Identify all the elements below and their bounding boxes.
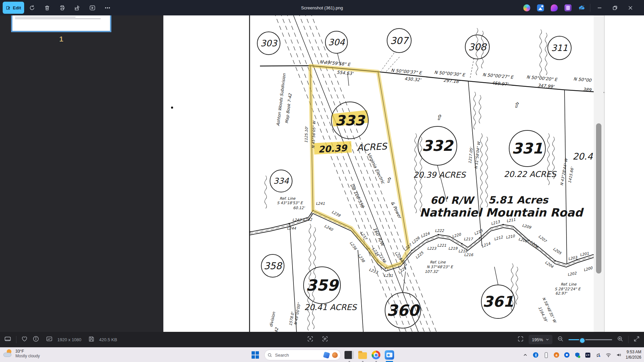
- map-label: L244: [287, 226, 296, 231]
- zoom-slider-knob[interactable]: [579, 337, 586, 344]
- chevron-down-icon: [546, 338, 549, 341]
- map-label: Nathaniel Mountain Road: [420, 206, 584, 219]
- map-label: 1125.10': [304, 126, 309, 143]
- taskbar-chrome[interactable]: [371, 350, 381, 360]
- map-label: L223: [427, 246, 436, 251]
- weather-icon: [3, 349, 13, 359]
- zoom-level-value: 195%: [532, 337, 543, 342]
- rotate-button[interactable]: [25, 1, 38, 14]
- parcel-number: 307: [390, 35, 409, 46]
- slideshow-button[interactable]: [86, 1, 99, 14]
- sync-arrows-icon[interactable]: [595, 352, 601, 358]
- parcel-number: 334: [273, 176, 289, 186]
- onedrive-paused-icon[interactable]: [578, 4, 585, 11]
- map-label: 60' R/W: [430, 194, 475, 206]
- map-label: L222: [435, 229, 444, 233]
- search-box[interactable]: Search: [264, 350, 341, 360]
- fullscreen-button[interactable]: [633, 336, 640, 344]
- map-label: L242: [303, 218, 312, 222]
- map-label: L221: [437, 243, 446, 248]
- zoom-out-button[interactable]: [557, 336, 564, 344]
- designer-icon[interactable]: [551, 4, 558, 11]
- edit-button-label: Edit: [13, 5, 21, 10]
- taskbar-photos-active[interactable]: [384, 350, 394, 360]
- taskbar-clock[interactable]: 9:53 AM 1/6/2026: [626, 349, 641, 360]
- delete-button[interactable]: [41, 1, 53, 14]
- search-highlight-icon-b: [332, 352, 338, 358]
- map-label: ⇧: [436, 113, 442, 122]
- statusbar-divider: [628, 336, 629, 343]
- map-label: L241: [316, 201, 325, 206]
- map-label: L216: [464, 253, 473, 257]
- chrome-icon: [372, 351, 380, 359]
- info-icon[interactable]: [33, 336, 39, 344]
- map-label: ACRES: [357, 141, 388, 153]
- road-vertex-dot: [554, 260, 556, 261]
- file-size: 420.5 KB: [99, 337, 117, 342]
- weather-condition: Mostly cloudy: [15, 354, 40, 358]
- plat-map: 303304307308311333332331334358359360361N…: [163, 15, 644, 332]
- page-thumbnail[interactable]: [11, 15, 111, 32]
- restore-button[interactable]: [607, 0, 623, 15]
- road-vertex-dot: [502, 224, 504, 225]
- edit-button[interactable]: Edit: [3, 2, 24, 14]
- start-button[interactable]: [250, 349, 261, 361]
- volume-icon[interactable]: [616, 352, 622, 358]
- pen-icon[interactable]: [543, 352, 549, 358]
- map-label: N 37°48'23" E: [427, 265, 453, 269]
- tray-orange-icon[interactable]: a: [553, 352, 559, 358]
- copilot-icon[interactable]: [523, 4, 530, 11]
- map-label: 107.32': [425, 269, 439, 274]
- minimize-button[interactable]: [592, 0, 607, 15]
- share-button[interactable]: [71, 1, 84, 14]
- parcel-number: 360: [387, 301, 421, 319]
- titlebar-divider: [590, 4, 590, 12]
- windows-taskbar: 33°F Mostly cloudy Search a 9:53 AM: [0, 347, 644, 362]
- zoom-slider[interactable]: [569, 336, 612, 343]
- parcel-number: 358: [264, 260, 282, 272]
- close-button[interactable]: [623, 0, 638, 15]
- clipchamp-icon[interactable]: [565, 4, 572, 11]
- visual-search-icon[interactable]: [307, 336, 314, 344]
- tray-dark-square-icon[interactable]: [585, 352, 591, 358]
- mouse-cursor-dot: [171, 107, 173, 109]
- map-label: 60.12': [293, 206, 305, 210]
- image-viewport[interactable]: 1 30330430730831133333233133435835936036…: [0, 15, 644, 332]
- filesize-icon: [88, 336, 95, 344]
- map-label: S 43°18'53" E: [277, 201, 304, 205]
- image-dimensions: 644 x 362: [57, 337, 82, 342]
- viewer-statusbar: 644 x 362 420.5 KB 195%: [0, 332, 644, 347]
- favorite-heart-icon[interactable]: [21, 336, 28, 344]
- taskbar-app-dark[interactable]: [344, 350, 354, 360]
- road-vertex-dot: [438, 234, 439, 235]
- zoom-in-button[interactable]: [617, 336, 624, 344]
- zoom-level-dropdown[interactable]: 195%: [529, 335, 552, 344]
- map-label: ⇧: [513, 101, 519, 109]
- parcel-number: 333: [335, 112, 365, 129]
- image-edit-icon[interactable]: [537, 4, 544, 11]
- road-vertex-dot: [288, 223, 290, 224]
- road-vertex-dot: [528, 240, 530, 241]
- map-label: L217: [464, 237, 473, 241]
- tray-chevron-up-icon[interactable]: [522, 352, 528, 358]
- text-extract-icon[interactable]: [322, 336, 328, 344]
- parcel-number: 331: [512, 140, 543, 157]
- map-label: L243: [292, 218, 302, 222]
- filmstrip-toggle-icon[interactable]: [4, 335, 11, 344]
- print-button[interactable]: [56, 1, 68, 14]
- weather-widget[interactable]: 33°F Mostly cloudy: [3, 349, 40, 359]
- edit-image-icon: [6, 5, 11, 10]
- taskbar-file-explorer[interactable]: [358, 350, 368, 360]
- map-label: 62.97': [555, 291, 567, 296]
- fit-to-window-icon[interactable]: [517, 336, 524, 344]
- parcel-number: 361: [483, 293, 514, 310]
- statusbar-divider: [16, 336, 16, 343]
- parcel-number: 303: [260, 38, 278, 48]
- document-scrollbar-thumb[interactable]: [596, 123, 601, 274]
- security-shield-icon[interactable]: [574, 352, 580, 358]
- map-label: 5.81 Acres: [488, 194, 549, 206]
- more-options-button[interactable]: [101, 1, 114, 14]
- bluetooth-icon[interactable]: [533, 352, 539, 358]
- tray-blue-dot-icon[interactable]: [564, 352, 570, 358]
- wifi-icon[interactable]: [605, 352, 611, 358]
